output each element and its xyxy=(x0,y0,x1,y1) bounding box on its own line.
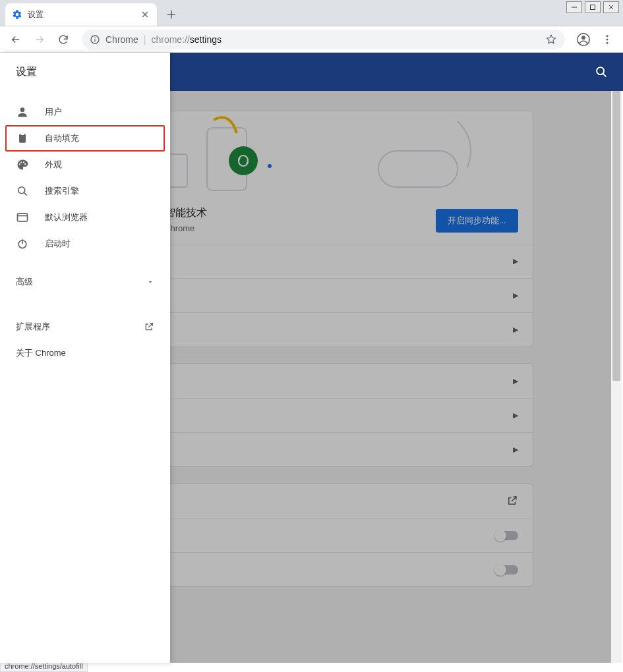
svg-point-19 xyxy=(19,163,20,165)
svg-rect-18 xyxy=(21,133,24,135)
search-icon xyxy=(16,184,29,198)
clipboard-icon xyxy=(16,132,29,145)
sidebar-item-advanced[interactable]: 高级 xyxy=(0,269,170,295)
svg-point-20 xyxy=(20,161,22,163)
svg-point-9 xyxy=(607,42,608,43)
svg-rect-15 xyxy=(378,151,458,187)
sidebar-item-label: 自动填充 xyxy=(45,132,79,144)
sidebar-item-label: 扩展程序 xyxy=(16,321,50,333)
svg-point-7 xyxy=(607,35,608,37)
minimize-button[interactable] xyxy=(566,1,582,13)
back-button[interactable] xyxy=(5,29,26,50)
browser-tab[interactable]: 设置 xyxy=(5,3,157,26)
svg-rect-1 xyxy=(591,5,595,10)
chevron-right-icon: ▶ xyxy=(513,291,518,300)
profile-button[interactable] xyxy=(573,29,594,50)
address-bar[interactable]: Chrome | chrome://settings xyxy=(82,30,565,49)
svg-point-23 xyxy=(18,187,25,194)
menu-button[interactable] xyxy=(597,29,618,50)
bookmark-star-icon[interactable] xyxy=(545,34,557,45)
sidebar-item-appearance[interactable]: 外观 xyxy=(0,152,170,178)
sidebar-item-label: 用户 xyxy=(45,106,62,118)
close-tab-icon[interactable] xyxy=(140,9,150,20)
reload-button[interactable] xyxy=(53,29,74,50)
search-icon[interactable] xyxy=(594,65,608,79)
svg-rect-24 xyxy=(18,213,28,221)
svg-point-8 xyxy=(607,38,608,40)
toggle-switch[interactable] xyxy=(496,565,518,574)
sidebar-item-label: 默认浏览器 xyxy=(45,211,88,223)
svg-rect-17 xyxy=(19,134,26,142)
sidebar-item-label: 关于 Chrome xyxy=(16,347,66,359)
svg-point-22 xyxy=(24,163,26,165)
sidebar-item-people[interactable]: 用户 xyxy=(0,99,170,125)
enable-sync-button[interactable]: 开启同步功能... xyxy=(436,209,518,233)
chevron-right-icon: ▶ xyxy=(513,377,518,385)
maximize-button[interactable] xyxy=(585,1,601,13)
tab-title: 设置 xyxy=(28,9,44,20)
window-controls xyxy=(562,0,623,14)
drawer-title: 设置 xyxy=(0,53,170,91)
sidebar-item-label: 外观 xyxy=(45,159,62,171)
sidebar-item-onstartup[interactable]: 启动时 xyxy=(0,231,170,257)
sidebar-item-search[interactable]: 搜索引擎 xyxy=(0,178,170,204)
vertical-scrollbar[interactable] xyxy=(611,91,622,663)
site-info-icon[interactable] xyxy=(90,34,100,45)
chevron-right-icon: ▶ xyxy=(513,257,518,266)
svg-point-21 xyxy=(23,161,24,163)
omnibox-url: chrome://settings xyxy=(151,34,222,45)
sidebar-item-label: 搜索引擎 xyxy=(45,185,79,197)
svg-point-6 xyxy=(581,36,585,40)
scrollbar-thumb[interactable] xyxy=(612,91,620,381)
toggle-switch[interactable] xyxy=(496,531,518,540)
chevron-right-icon: ▶ xyxy=(513,411,518,420)
settings-drawer: 设置 用户 自动填充 外观 搜索引擎 xyxy=(0,53,170,663)
sidebar-item-label: 高级 xyxy=(16,276,33,288)
power-icon xyxy=(16,237,29,250)
omnibox-separator: | xyxy=(144,34,146,45)
sidebar-item-autofill[interactable]: 自动填充 xyxy=(5,125,165,152)
person-icon xyxy=(16,105,29,119)
open-external-icon xyxy=(144,322,154,332)
chevron-right-icon: ▶ xyxy=(513,325,518,334)
svg-point-3 xyxy=(94,37,96,38)
sidebar-item-about[interactable]: 关于 Chrome xyxy=(0,340,170,366)
browser-window-icon xyxy=(16,211,29,224)
close-window-button[interactable] xyxy=(603,1,619,13)
svg-point-13 xyxy=(229,146,258,175)
sidebar-item-default-browser[interactable]: 默认浏览器 xyxy=(0,204,170,231)
browser-toolbar: Chrome | chrome://settings xyxy=(0,26,623,53)
omnibox-scheme: Chrome xyxy=(105,34,138,45)
forward-button[interactable] xyxy=(29,29,50,50)
open-external-icon xyxy=(506,495,518,507)
new-tab-button[interactable] xyxy=(162,5,181,24)
sidebar-item-label: 启动时 xyxy=(45,238,71,250)
chevron-down-icon xyxy=(146,278,154,286)
chevron-right-icon: ▶ xyxy=(513,445,518,454)
svg-point-10 xyxy=(597,67,604,74)
tab-strip: 设置 xyxy=(0,0,623,26)
svg-rect-4 xyxy=(94,39,95,42)
status-text: chrome://settings/autofill xyxy=(5,662,83,670)
gear-icon xyxy=(12,9,22,20)
palette-icon xyxy=(16,158,29,171)
svg-point-14 xyxy=(268,164,272,168)
svg-point-16 xyxy=(20,107,25,112)
sidebar-item-extensions[interactable]: 扩展程序 xyxy=(0,314,170,340)
